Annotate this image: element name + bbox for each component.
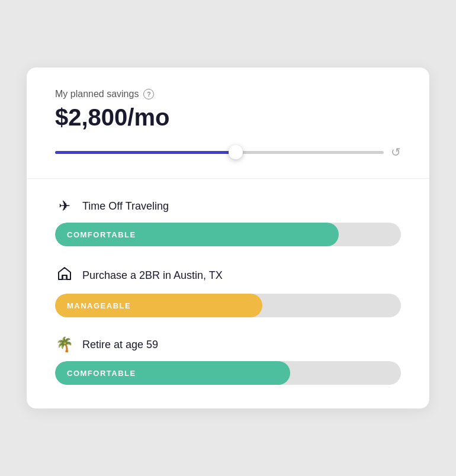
progress-bar-travel: COMFORTABLE (55, 223, 401, 246)
goal-title-home: Purchase a 2BR in Austin, TX (82, 269, 223, 282)
progress-bar-retire: COMFORTABLE (55, 361, 401, 385)
slider-thumb[interactable] (229, 145, 243, 159)
goal-title-retire: Retire at age 59 (82, 339, 158, 351)
goal-header-travel: ✈ Time Off Traveling (55, 198, 401, 214)
savings-amount: $2,800/mo (55, 104, 401, 131)
help-icon[interactable]: ? (143, 89, 154, 99)
retire-icon: 🌴 (55, 336, 74, 353)
slider-row: ↺ (55, 145, 401, 159)
travel-icon: ✈ (55, 198, 74, 214)
main-card: My planned savings ? $2,800/mo ↺ ✈ Time … (27, 67, 429, 409)
svg-rect-0 (63, 275, 66, 279)
slider-fill (55, 151, 236, 154)
progress-track-travel: COMFORTABLE (55, 223, 401, 246)
savings-slider[interactable] (55, 146, 384, 158)
home-icon (55, 265, 74, 285)
reset-icon[interactable]: ↺ (391, 145, 401, 159)
progress-label-travel: COMFORTABLE (67, 230, 136, 239)
slider-track (55, 151, 384, 154)
progress-fill-home: MANAGEABLE (55, 294, 262, 317)
progress-fill-travel: COMFORTABLE (55, 223, 339, 246)
goal-header-retire: 🌴 Retire at age 59 (55, 336, 401, 353)
savings-label-row: My planned savings ? (55, 89, 401, 99)
progress-label-home: MANAGEABLE (67, 301, 131, 310)
goal-title-travel: Time Off Traveling (82, 200, 169, 213)
progress-track-retire: COMFORTABLE (55, 361, 401, 385)
progress-bar-home: MANAGEABLE (55, 294, 401, 317)
progress-label-retire: COMFORTABLE (67, 369, 136, 378)
goal-item-travel: ✈ Time Off Traveling COMFORTABLE (55, 198, 401, 246)
progress-track-home: MANAGEABLE (55, 294, 401, 317)
goals-section: ✈ Time Off Traveling COMFORTABLE (27, 179, 429, 409)
progress-fill-retire: COMFORTABLE (55, 361, 290, 385)
savings-label: My planned savings (55, 89, 139, 99)
goal-item-home: Purchase a 2BR in Austin, TX MANAGEABLE (55, 265, 401, 317)
savings-section: My planned savings ? $2,800/mo ↺ (27, 67, 429, 179)
goal-item-retire: 🌴 Retire at age 59 COMFORTABLE (55, 336, 401, 385)
goal-header-home: Purchase a 2BR in Austin, TX (55, 265, 401, 285)
